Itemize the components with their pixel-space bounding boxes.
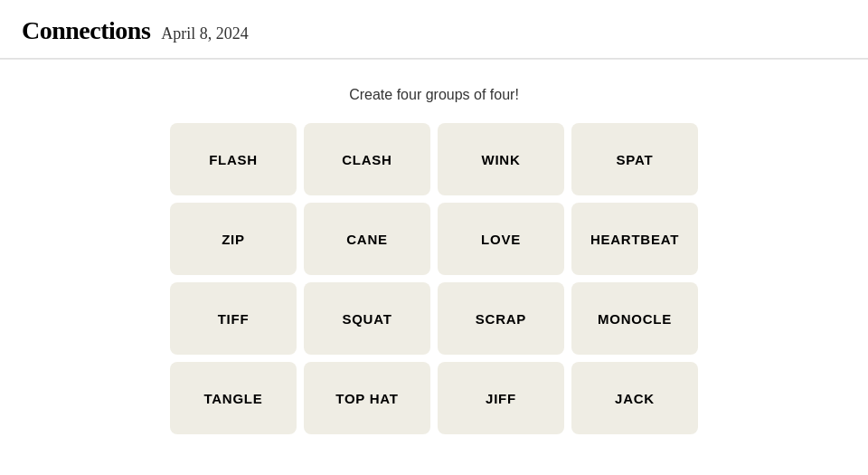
tile-label: JIFF — [486, 391, 516, 406]
tile-label: ZIP — [222, 232, 245, 247]
tile-label: CLASH — [342, 152, 392, 167]
header: Connections April 8, 2024 — [0, 0, 868, 59]
word-grid: FLASHCLASHWINKSPATZIPCANELOVEHEARTBEATTI… — [170, 123, 698, 434]
tile-wink[interactable]: WINK — [438, 123, 564, 195]
tile-squat[interactable]: SQUAT — [304, 282, 430, 355]
tile-label: LOVE — [481, 232, 521, 247]
tile-clash[interactable]: CLASH — [304, 123, 430, 195]
tile-label: SQUAT — [342, 311, 392, 327]
tile-cane[interactable]: CANE — [304, 203, 430, 275]
tile-jack[interactable]: JACK — [571, 362, 698, 434]
tile-label: SCRAP — [476, 311, 526, 327]
tile-monocle[interactable]: MONOCLE — [571, 282, 698, 355]
tile-label: TOP HAT — [335, 391, 398, 406]
tile-label: FLASH — [209, 152, 258, 167]
instructions-text: Create four groups of four! — [349, 87, 519, 103]
tile-tiff[interactable]: TIFF — [170, 282, 297, 355]
tile-label: TANGLE — [203, 391, 262, 406]
tile-top-hat[interactable]: TOP HAT — [304, 362, 430, 434]
main-content: Create four groups of four! FLASHCLASHWI… — [0, 60, 868, 452]
tile-spat[interactable]: SPAT — [571, 123, 698, 195]
tile-label: CANE — [346, 232, 388, 247]
tile-label: JACK — [615, 391, 655, 406]
header-date: April 8, 2024 — [161, 24, 249, 43]
tile-zip[interactable]: ZIP — [170, 203, 297, 275]
tile-tangle[interactable]: TANGLE — [170, 362, 297, 434]
tile-label: SPAT — [617, 152, 654, 167]
tile-flash[interactable]: FLASH — [170, 123, 297, 195]
tile-love[interactable]: LOVE — [438, 203, 564, 275]
tile-label: TIFF — [218, 311, 250, 327]
app-title: Connections — [22, 16, 150, 45]
tile-jiff[interactable]: JIFF — [438, 362, 564, 434]
tile-label: HEARTBEAT — [590, 232, 679, 247]
tile-scrap[interactable]: SCRAP — [438, 282, 564, 355]
tile-heartbeat[interactable]: HEARTBEAT — [571, 203, 698, 275]
tile-label: WINK — [482, 152, 521, 167]
tile-label: MONOCLE — [598, 311, 672, 327]
